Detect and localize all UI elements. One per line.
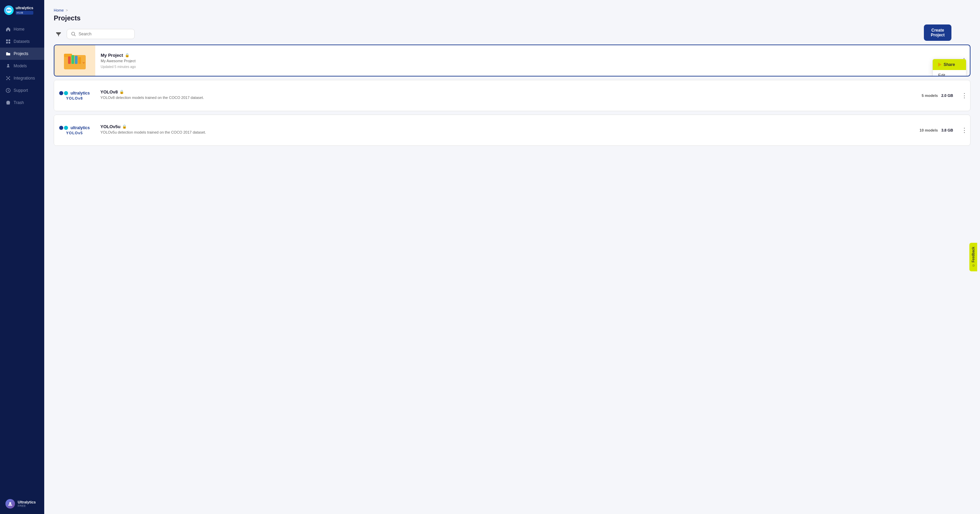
sidebar-item-home[interactable]: Home: [0, 23, 44, 35]
project-name-yolov8: YOLOv8 🔒: [100, 89, 911, 95]
ultralytics-text-2: ultralytics: [70, 125, 90, 130]
more-options-button-yolov8[interactable]: ⋮: [959, 89, 970, 102]
svg-rect-6: [8, 42, 10, 43]
svg-point-7: [8, 64, 9, 66]
yolov8-badge: ultralytics YOLOv8: [59, 91, 90, 100]
project-info-yolov8: YOLOv8 🔒 YOLOv8 detection models trained…: [95, 85, 916, 106]
search-input[interactable]: [79, 32, 130, 36]
main-content: Home > Projects Create Project: [44, 0, 980, 514]
circle-blue: [59, 91, 63, 95]
trash-icon: [5, 100, 11, 105]
circle-blue-2: [59, 126, 63, 130]
breadcrumb-sep: >: [66, 8, 68, 12]
sidebar-item-models-label: Models: [14, 63, 27, 68]
svg-rect-24: [68, 56, 71, 64]
svg-rect-18: [7, 101, 9, 102]
sidebar-item-trash[interactable]: Trash: [0, 97, 44, 109]
project-updated-my-project: Updated 5 minutes ago: [101, 65, 926, 69]
circle-cyan: [64, 91, 68, 95]
sidebar-item-integrations-label: Integrations: [14, 76, 35, 81]
sidebar-item-models[interactable]: Models: [0, 60, 44, 72]
search-icon: [71, 32, 76, 36]
svg-rect-5: [6, 42, 8, 43]
yolov8-label: YOLOv8: [66, 96, 83, 100]
project-desc-yolov5u: YOLOv5u detection models trained on the …: [100, 130, 908, 134]
sidebar: ultralytics HUB Home Datase: [0, 0, 44, 514]
app-logo: ultralytics HUB: [0, 0, 44, 21]
folder-icon: [63, 50, 87, 71]
svg-rect-27: [78, 57, 81, 64]
project-card-my-project[interactable]: My Project 🔒 My Awesome Project Updated …: [54, 44, 970, 76]
sidebar-item-home-label: Home: [14, 27, 24, 32]
yolov5u-badge: ultralytics YOLOv5: [59, 125, 90, 135]
feedback-button[interactable]: ☺ Feedback: [969, 243, 977, 271]
more-options-button-yolov5u[interactable]: ⋮: [959, 124, 970, 136]
project-info-yolov5u: YOLOv5u 🔒 YOLOv5u detection models train…: [95, 119, 914, 141]
feedback-label: Feedback: [971, 247, 975, 262]
support-icon: [5, 88, 11, 93]
sidebar-item-projects-label: Projects: [14, 51, 28, 56]
svg-point-8: [8, 78, 9, 79]
sidebar-item-datasets-label: Datasets: [14, 39, 30, 44]
lock-icon-yolov5u: 🔒: [122, 124, 127, 129]
svg-rect-23: [64, 54, 72, 57]
sidebar-item-trash-label: Trash: [14, 100, 24, 105]
ultralytics-text: ultralytics: [70, 91, 90, 95]
sidebar-item-integrations[interactable]: Integrations: [0, 72, 44, 84]
sidebar-item-support-label: Support: [14, 88, 28, 93]
sidebar-item-projects[interactable]: Projects: [0, 48, 44, 60]
sidebar-item-support[interactable]: Support: [0, 84, 44, 97]
sidebar-footer: Ultralytics FREE: [0, 493, 44, 514]
svg-line-14: [9, 77, 9, 78]
filter-icon: [56, 31, 61, 37]
context-menu-edit[interactable]: Edit: [933, 70, 966, 76]
project-meta-yolov5u: 10 models 3.8 GB: [914, 124, 959, 137]
svg-line-16: [9, 79, 9, 79]
breadcrumb-home[interactable]: Home: [54, 8, 64, 12]
projects-icon: [5, 51, 11, 56]
user-info: Ultralytics FREE: [5, 499, 39, 509]
lock-icon-yolov8: 🔒: [119, 90, 124, 94]
logo-text: ultralytics HUB: [16, 6, 33, 15]
project-desc-my-project: My Awesome Project: [101, 59, 926, 63]
yolov5u-label: YOLOv5: [66, 131, 83, 135]
circle-cyan-2: [64, 126, 68, 130]
svg-rect-26: [75, 56, 78, 64]
svg-point-9: [6, 76, 8, 78]
search-box: [67, 29, 135, 39]
project-card-yolov8[interactable]: ultralytics YOLOv8 YOLOv8 🔒 YOLOv8 detec…: [54, 80, 970, 111]
svg-line-21: [75, 35, 76, 36]
project-desc-yolov8: YOLOv8 detection models trained on the C…: [100, 95, 911, 100]
models-count-yolov5u: 10 models: [920, 128, 938, 132]
main: Home > Projects Create Project: [44, 0, 980, 514]
project-card-yolov5u[interactable]: ultralytics YOLOv5 YOLOv5u 🔒 YOLOv5u det…: [54, 114, 970, 146]
avatar: [5, 499, 15, 509]
svg-line-15: [7, 79, 8, 79]
svg-rect-25: [72, 55, 74, 64]
svg-point-20: [72, 32, 75, 35]
project-list: My Project 🔒 My Awesome Project Updated …: [54, 44, 970, 149]
svg-rect-4: [8, 40, 10, 41]
toolbar: [54, 29, 970, 39]
models-count-yolov8: 5 models: [921, 94, 938, 98]
project-info-my-project: My Project 🔒 My Awesome Project Updated …: [95, 48, 931, 73]
sidebar-nav: Home Datasets Projects: [0, 21, 44, 493]
svg-line-13: [7, 77, 8, 78]
header-area: Home > Projects Create Project: [54, 8, 970, 22]
models-icon: [5, 63, 11, 69]
svg-rect-3: [6, 40, 8, 41]
models-size-yolov8: 2.0 GB: [941, 94, 953, 98]
sidebar-item-datasets[interactable]: Datasets: [0, 35, 44, 48]
svg-point-2: [9, 9, 11, 11]
filter-button[interactable]: [54, 29, 63, 39]
user-plan: FREE: [18, 504, 36, 508]
datasets-icon: [5, 39, 11, 44]
context-menu-share[interactable]: Share: [933, 59, 966, 70]
project-thumb-yolov5u: ultralytics YOLOv5: [54, 115, 95, 146]
logo-icon: [4, 5, 14, 15]
project-thumb-yolov8: ultralytics YOLOv8: [54, 80, 95, 111]
create-project-button[interactable]: Create Project: [924, 24, 951, 41]
page-title: Projects: [54, 14, 970, 22]
svg-point-11: [6, 79, 8, 80]
lock-icon-my-project: 🔒: [125, 53, 130, 57]
